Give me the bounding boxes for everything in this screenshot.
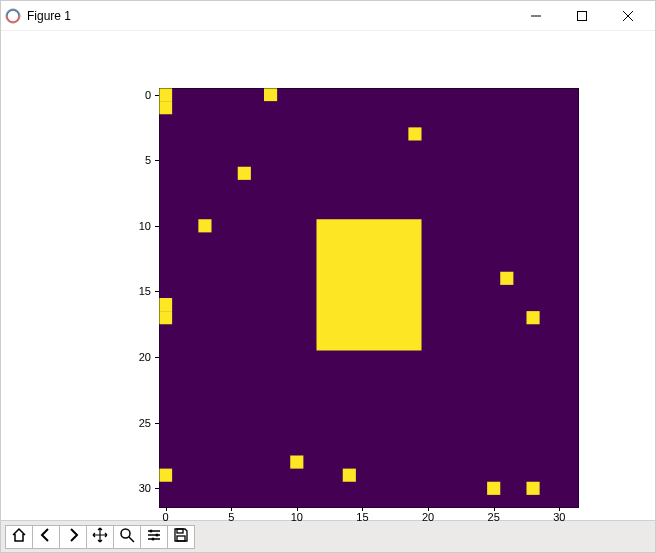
zoom-button[interactable] [113, 525, 141, 549]
svg-point-0 [6, 9, 20, 23]
svg-rect-19 [343, 469, 356, 482]
svg-rect-32 [177, 536, 185, 541]
svg-rect-13 [500, 272, 513, 285]
back-button[interactable] [32, 525, 60, 549]
svg-rect-16 [527, 311, 540, 324]
svg-rect-15 [159, 311, 172, 324]
heatmap-canvas [159, 88, 579, 508]
plot-area: 051015202530 051015202530 [1, 31, 655, 520]
y-tick-label: 25 [139, 417, 151, 429]
x-tick-label: 5 [228, 511, 234, 523]
y-tick-label: 10 [139, 220, 151, 232]
x-tick-label: 10 [291, 511, 303, 523]
window-title: Figure 1 [27, 9, 513, 23]
close-button[interactable] [605, 1, 651, 31]
x-tick-label: 0 [163, 511, 169, 523]
svg-rect-14 [159, 298, 172, 311]
x-tick-label: 30 [553, 511, 565, 523]
window-controls [513, 1, 651, 31]
svg-rect-21 [527, 482, 540, 495]
y-tick-label: 30 [139, 482, 151, 494]
x-axis: 051015202530 [159, 511, 579, 531]
svg-rect-9 [264, 88, 277, 101]
svg-rect-10 [408, 127, 421, 140]
zoom-icon [119, 527, 135, 546]
svg-rect-2 [578, 11, 587, 20]
forward-button[interactable] [59, 525, 87, 549]
back-icon [38, 527, 54, 546]
svg-rect-20 [487, 482, 500, 495]
y-axis: 051015202530 [121, 88, 159, 508]
svg-rect-11 [238, 167, 251, 180]
x-tick-label: 25 [488, 511, 500, 523]
svg-rect-7 [159, 88, 172, 101]
svg-point-28 [150, 530, 153, 533]
svg-rect-17 [290, 456, 303, 469]
x-tick-label: 20 [422, 511, 434, 523]
y-tick-label: 20 [139, 351, 151, 363]
app-icon [5, 8, 21, 24]
y-tick-label: 5 [145, 154, 151, 166]
home-icon [11, 527, 27, 546]
svg-point-23 [121, 529, 130, 538]
maximize-button[interactable] [559, 1, 605, 31]
svg-rect-18 [159, 469, 172, 482]
y-tick-label: 0 [145, 89, 151, 101]
y-tick-label: 15 [139, 285, 151, 297]
svg-line-24 [129, 537, 134, 542]
heatmap-axes [159, 88, 579, 508]
svg-rect-8 [159, 101, 172, 114]
minimize-button[interactable] [513, 1, 559, 31]
svg-rect-6 [317, 219, 422, 350]
svg-rect-12 [198, 219, 211, 232]
pan-icon [92, 527, 108, 546]
home-button[interactable] [5, 525, 33, 549]
pan-button[interactable] [86, 525, 114, 549]
svg-point-29 [156, 534, 159, 537]
titlebar: Figure 1 [1, 1, 655, 31]
svg-point-30 [152, 538, 155, 541]
x-tick-label: 15 [356, 511, 368, 523]
forward-icon [65, 527, 81, 546]
